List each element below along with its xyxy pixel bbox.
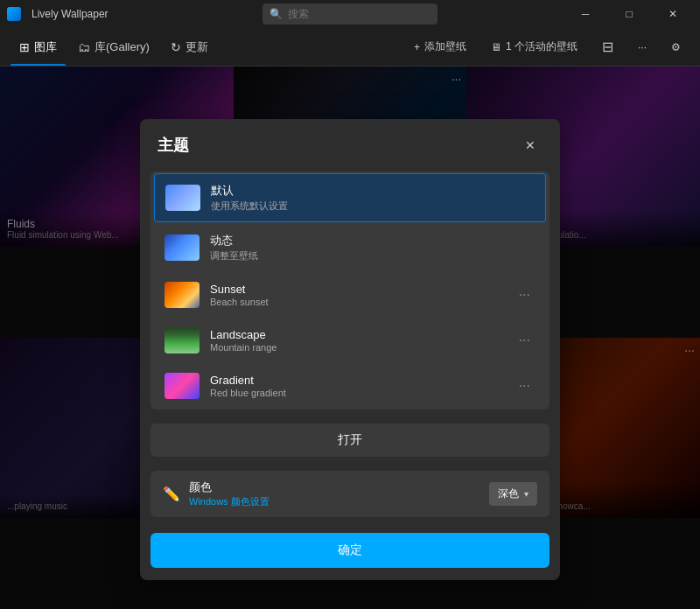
theme-name-dynamic: 动态 bbox=[210, 233, 536, 248]
filter-button[interactable]: ⊟ bbox=[593, 34, 622, 60]
theme-more-button-gradient[interactable]: ··· bbox=[514, 374, 536, 397]
more-button[interactable]: ··· bbox=[629, 37, 655, 58]
plus-icon: + bbox=[414, 41, 420, 53]
dialog-close-button[interactable]: ✕ bbox=[518, 133, 542, 158]
theme-text-dynamic: 动态 调整至壁纸 bbox=[210, 233, 536, 262]
main-content: Fluids Fluid simulation using Web... ...… bbox=[0, 66, 700, 609]
app-icon bbox=[7, 7, 21, 21]
theme-text-landscape: Landscape Mountain range bbox=[210, 328, 514, 353]
search-icon: 🔍 bbox=[270, 8, 283, 20]
sidebar-item-library[interactable]: ⊞ 图库 bbox=[10, 34, 66, 60]
theme-text-default: 默认 使用系统默认设置 bbox=[211, 183, 535, 213]
grid-icon: ⊞ bbox=[19, 40, 30, 54]
gallery-icon: 🗂 bbox=[78, 40, 90, 54]
theme-dialog: 主题 ✕ 默认 使用系统默认设置 动态 调整 bbox=[140, 119, 560, 580]
theme-item-dynamic[interactable]: 动态 调整至壁纸 bbox=[154, 224, 546, 271]
titlebar-title: Lively Wallpaper bbox=[32, 8, 108, 20]
settings-button[interactable]: ⚙ bbox=[662, 37, 690, 58]
theme-item-sunset[interactable]: Sunset Beach sunset ··· bbox=[154, 273, 546, 317]
theme-item-gradient[interactable]: Gradient Red blue gradient ··· bbox=[154, 364, 546, 408]
color-section: ✏️ 颜色 Windows 颜色设置 深色 ▾ bbox=[150, 471, 550, 517]
theme-text-gradient: Gradient Red blue gradient bbox=[210, 374, 514, 398]
theme-thumbnail-sunset bbox=[164, 282, 200, 308]
update-icon: ↻ bbox=[171, 40, 181, 54]
color-label: 颜色 bbox=[189, 480, 489, 495]
search-input[interactable] bbox=[288, 8, 430, 20]
theme-thumbnail-gradient bbox=[164, 373, 200, 399]
ellipsis-icon: ··· bbox=[638, 41, 647, 53]
theme-thumbnail-landscape bbox=[164, 327, 200, 354]
theme-desc-default: 使用系统默认设置 bbox=[211, 200, 535, 213]
theme-name-default: 默认 bbox=[211, 183, 535, 199]
confirm-button[interactable]: 确定 bbox=[150, 533, 550, 568]
theme-thumbnail-default bbox=[165, 185, 200, 211]
maximize-button[interactable]: □ bbox=[609, 0, 649, 28]
dialog-overlay: 主题 ✕ 默认 使用系统默认设置 动态 调整 bbox=[0, 66, 700, 609]
nav-update-label: 更新 bbox=[186, 39, 208, 55]
navbar: ⊞ 图库 🗂 库(Gallery) ↻ 更新 + 添加壁纸 🖥 1 个活动的壁纸… bbox=[0, 28, 700, 66]
titlebar: Lively Wallpaper 🔍 ─ □ ✕ bbox=[0, 0, 700, 28]
color-select-value: 深色 bbox=[498, 486, 519, 501]
theme-more-button-landscape[interactable]: ··· bbox=[514, 329, 536, 352]
monitor-icon: 🖥 bbox=[491, 41, 501, 53]
theme-thumbnail-dynamic bbox=[164, 234, 200, 261]
navbar-right: + 添加壁纸 🖥 1 个活动的壁纸 ⊟ ··· ⚙ bbox=[405, 34, 690, 60]
filter-icon: ⊟ bbox=[602, 38, 613, 55]
theme-item-default[interactable]: 默认 使用系统默认设置 bbox=[154, 173, 546, 222]
theme-name-landscape: Landscape bbox=[210, 328, 514, 341]
color-text: 颜色 Windows 颜色设置 bbox=[189, 480, 489, 508]
theme-desc-gradient: Red blue gradient bbox=[210, 388, 514, 398]
sidebar-item-update[interactable]: ↻ 更新 bbox=[162, 34, 217, 60]
search-bar[interactable]: 🔍 bbox=[262, 4, 438, 24]
sidebar-item-gallery[interactable]: 🗂 库(Gallery) bbox=[69, 34, 158, 60]
active-wallpaper-button[interactable]: 🖥 1 个活动的壁纸 bbox=[482, 35, 586, 59]
nav-gallery-label: 库(Gallery) bbox=[94, 39, 150, 55]
color-select-dropdown[interactable]: 深色 ▾ bbox=[489, 482, 537, 506]
theme-desc-dynamic: 调整至壁纸 bbox=[210, 249, 536, 262]
theme-item-landscape[interactable]: Landscape Mountain range ··· bbox=[154, 318, 546, 362]
dialog-header: 主题 ✕ bbox=[140, 119, 560, 164]
gear-icon: ⚙ bbox=[671, 41, 681, 53]
add-wallpaper-button[interactable]: + 添加壁纸 bbox=[405, 35, 475, 59]
theme-name-gradient: Gradient bbox=[210, 374, 514, 387]
titlebar-left: Lively Wallpaper bbox=[7, 7, 108, 21]
theme-list: 默认 使用系统默认设置 动态 调整至壁纸 Sunset bbox=[150, 172, 550, 410]
minimize-button[interactable]: ─ bbox=[565, 0, 606, 28]
close-button[interactable]: ✕ bbox=[653, 0, 693, 28]
open-button[interactable]: 打开 bbox=[150, 424, 550, 457]
theme-desc-landscape: Mountain range bbox=[210, 342, 514, 353]
nav-library-label: 图库 bbox=[34, 39, 57, 55]
theme-text-sunset: Sunset Beach sunset bbox=[210, 283, 514, 307]
color-windows-link[interactable]: Windows 颜色设置 bbox=[189, 495, 489, 508]
chevron-down-icon: ▾ bbox=[524, 489, 528, 499]
window-controls: ─ □ ✕ bbox=[565, 0, 693, 28]
theme-name-sunset: Sunset bbox=[210, 283, 514, 296]
color-icon: ✏️ bbox=[163, 486, 180, 502]
theme-more-button-sunset[interactable]: ··· bbox=[514, 284, 536, 306]
theme-desc-sunset: Beach sunset bbox=[210, 297, 514, 307]
dialog-title: 主题 bbox=[158, 135, 189, 156]
